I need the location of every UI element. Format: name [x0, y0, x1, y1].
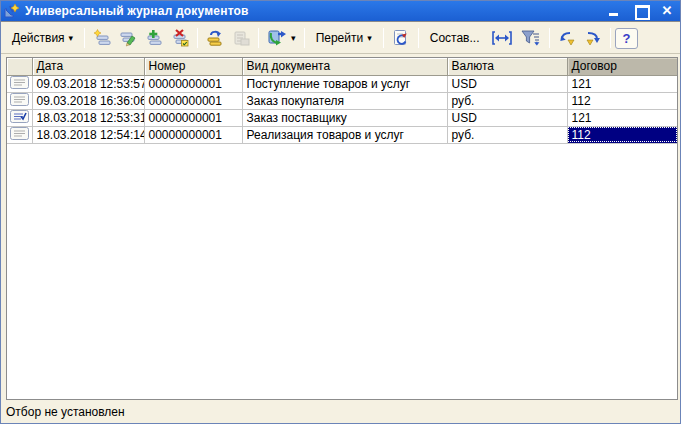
doc-type-cell[interactable]: Заказ покупателя [242, 92, 447, 109]
toolbar: Действия ▾ [1, 23, 680, 54]
column-header-currency[interactable]: Валюта [447, 58, 567, 75]
document-status-cell[interactable] [7, 92, 32, 109]
column-width-button[interactable] [487, 26, 517, 50]
titlebar: Универсальный журнал документов ✕ [1, 1, 680, 22]
delete-mark-button[interactable] [167, 26, 193, 50]
toolbar-separator [549, 28, 550, 48]
column-header-number[interactable]: Номер [144, 58, 242, 75]
filter-sort-icon [521, 29, 541, 47]
goto-menu-button[interactable]: Перейти ▾ [309, 26, 379, 50]
toolbar-separator [418, 28, 419, 48]
maximize-icon[interactable] [634, 4, 648, 18]
actions-menu-label: Действия [12, 31, 65, 45]
journal-window-icon [4, 3, 20, 19]
toolbar-separator [197, 28, 198, 48]
toolbar-separator [610, 28, 611, 48]
unpost-document-icon [232, 29, 250, 47]
compose-button[interactable]: Состав... [423, 26, 487, 50]
table-row[interactable]: 18.03.2018 12:54:14 00000000001 Реализац… [7, 126, 678, 143]
document-icon [10, 76, 29, 89]
document-icon [10, 127, 29, 140]
currency-cell[interactable]: руб. [447, 126, 567, 143]
filter-status-text: Отбор не установлен [6, 405, 125, 419]
column-header-contract[interactable]: Договор [567, 58, 678, 75]
previous-document-icon [558, 29, 576, 47]
column-width-icon [491, 30, 513, 46]
currency-cell[interactable]: руб. [447, 92, 567, 109]
copy-document-icon [145, 29, 163, 47]
contract-cell[interactable]: 112 [567, 92, 678, 109]
column-header-date[interactable]: Дата [32, 58, 144, 75]
document-icon [10, 93, 29, 106]
unpost-document-button[interactable] [228, 26, 254, 50]
edit-document-icon [119, 29, 137, 47]
previous-document-button[interactable] [554, 26, 580, 50]
close-icon[interactable]: ✕ [660, 4, 674, 18]
toolbar-separator [84, 28, 85, 48]
window-title: Универсальный журнал документов [25, 4, 608, 18]
help-button[interactable]: ? [615, 28, 639, 49]
refresh-icon [392, 29, 410, 47]
post-document-button[interactable] [202, 26, 228, 50]
create-based-on-icon [267, 29, 287, 47]
table-row[interactable]: 09.03.2018 12:53:57 00000000001 Поступле… [7, 75, 678, 92]
toolbar-separator [304, 28, 305, 48]
filter-sort-button[interactable] [517, 26, 545, 50]
table-row[interactable]: 18.03.2018 12:53:31 00000000001 Заказ по… [7, 109, 678, 126]
goto-menu-label: Перейти [316, 31, 364, 45]
date-cell[interactable]: 09.03.2018 16:36:06 [32, 92, 144, 109]
help-icon: ? [623, 31, 631, 46]
minimize-icon[interactable] [608, 4, 622, 18]
doc-type-cell[interactable]: Заказ поставщику [242, 109, 447, 126]
chevron-down-icon: ▾ [69, 34, 74, 43]
doc-type-cell[interactable]: Реализация товаров и услуг [242, 126, 447, 143]
contract-cell[interactable]: 121 [567, 75, 678, 92]
doc-type-cell[interactable]: Поступление товаров и услуг [242, 75, 447, 92]
document-status-cell[interactable] [7, 126, 32, 143]
edit-document-button[interactable] [115, 26, 141, 50]
column-header-icon[interactable] [7, 58, 32, 75]
number-cell[interactable]: 00000000001 [144, 126, 242, 143]
status-bar: Отбор не установлен [1, 400, 680, 423]
next-document-icon [584, 29, 602, 47]
create-based-on-button[interactable]: ▾ [263, 26, 300, 50]
currency-cell[interactable]: USD [447, 75, 567, 92]
number-cell[interactable]: 00000000001 [144, 75, 242, 92]
chevron-down-icon: ▾ [367, 34, 372, 43]
contract-cell[interactable]: 121 [567, 109, 678, 126]
post-document-icon [206, 29, 224, 47]
document-posted-icon [10, 110, 29, 123]
document-status-cell[interactable] [7, 109, 32, 126]
document-status-cell[interactable] [7, 75, 32, 92]
date-cell[interactable]: 09.03.2018 12:53:57 [32, 75, 144, 92]
chevron-down-icon: ▾ [291, 34, 296, 43]
currency-cell[interactable]: USD [447, 109, 567, 126]
app-window: Универсальный журнал документов ✕ Действ… [0, 0, 681, 424]
add-document-button[interactable] [89, 26, 115, 50]
column-header-doc-type[interactable]: Вид документа [242, 58, 447, 75]
date-cell[interactable]: 18.03.2018 12:54:14 [32, 126, 144, 143]
actions-menu-button[interactable]: Действия ▾ [5, 26, 80, 50]
number-cell[interactable]: 00000000001 [144, 92, 242, 109]
number-cell[interactable]: 00000000001 [144, 109, 242, 126]
toolbar-separator [383, 28, 384, 48]
selected-contract-cell[interactable]: 112 [567, 126, 678, 143]
refresh-button[interactable] [388, 26, 414, 50]
toolbar-separator [258, 28, 259, 48]
copy-document-button[interactable] [141, 26, 167, 50]
table-row[interactable]: 09.03.2018 16:36:06 00000000001 Заказ по… [7, 92, 678, 109]
new-document-icon [93, 29, 111, 47]
table-header-row: Дата Номер Вид документа Валюта Договор [7, 58, 678, 75]
delete-mark-icon [171, 29, 189, 47]
compose-label: Состав... [430, 31, 480, 45]
next-document-button[interactable] [580, 26, 606, 50]
document-journal-table: Дата Номер Вид документа Валюта Договор [6, 57, 678, 400]
date-cell[interactable]: 18.03.2018 12:53:31 [32, 109, 144, 126]
